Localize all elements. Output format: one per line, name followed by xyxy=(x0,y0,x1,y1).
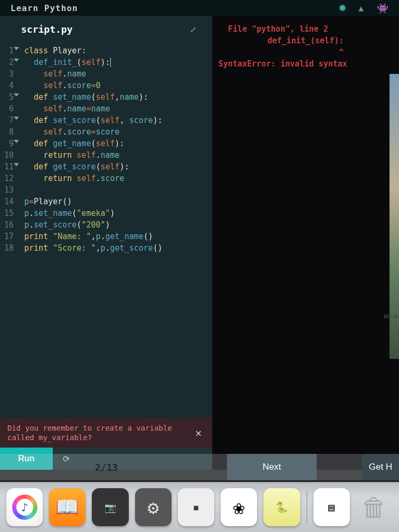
hint-bar: Did you remember to create a variable ca… xyxy=(0,418,212,448)
code-line[interactable]: print "Name: ",p.get_name() xyxy=(24,231,212,242)
line-gutter: 123456789101112131415161718 xyxy=(0,45,17,418)
line-number: 12 xyxy=(0,173,14,184)
dock-divider xyxy=(307,491,307,523)
get-help-button[interactable]: Get H xyxy=(362,454,399,480)
next-button[interactable]: Next xyxy=(227,454,317,480)
console-panel: File "python", line 2 def_init_(self): ^… xyxy=(212,16,399,470)
line-number: 11 xyxy=(0,161,14,173)
app-title: Learn Python xyxy=(11,3,78,13)
code-editor[interactable]: 123456789101112131415161718 class Player… xyxy=(0,43,212,418)
code-content[interactable]: class Player: def_init_(self): self.name… xyxy=(17,45,212,418)
line-number: 17 xyxy=(0,231,14,242)
line-number: 9 xyxy=(0,138,14,149)
fold-icon[interactable] xyxy=(14,117,19,120)
lesson-footer: 2/13 Next Get H xyxy=(0,454,399,480)
editor-header: script.py ⤢ xyxy=(0,16,212,43)
dock-app-icon[interactable]: ▦ xyxy=(178,488,214,526)
code-line[interactable]: def set_score(self, score): xyxy=(24,115,212,126)
fold-icon[interactable] xyxy=(14,140,19,143)
expand-icon[interactable]: ⤢ xyxy=(190,25,196,34)
code-line[interactable]: def get_name(self): xyxy=(24,138,212,149)
line-number: 1 xyxy=(0,45,14,56)
top-status: ▲ 👾 xyxy=(340,3,388,14)
desktop-file-label: pp.p xyxy=(384,312,398,319)
line-number: 15 xyxy=(0,207,14,219)
dock-folder-icon[interactable]: ▤ xyxy=(314,488,350,526)
code-line[interactable]: p.set_score("200") xyxy=(24,219,212,231)
mascot-icon[interactable]: 👾 xyxy=(377,3,388,14)
code-line[interactable]: return self.score xyxy=(24,173,212,184)
editor-filename: script.py xyxy=(21,24,73,35)
code-line[interactable]: p.set_name("emeka") xyxy=(24,207,212,219)
main-split: script.py ⤢ 123456789101112131415161718 … xyxy=(0,16,399,470)
hint-text: Did you remember to create a variable ca… xyxy=(7,423,192,442)
connection-indicator-icon xyxy=(340,5,345,11)
code-line[interactable]: def_init_(self): xyxy=(24,56,212,68)
code-line[interactable] xyxy=(24,184,212,196)
console-error: SyntaxError: invalid syntax xyxy=(218,58,393,70)
dock-python-icon[interactable]: 🐍 xyxy=(263,488,300,526)
dock-ibooks-icon[interactable]: 📖 xyxy=(49,488,86,526)
macos-dock: ♪ 📖 📷 ⚙ ▦ ❀ 🐍 ▤ 🗑 xyxy=(0,482,399,532)
code-line[interactable]: p=Player() xyxy=(24,196,212,207)
code-line[interactable]: self.score=0 xyxy=(24,80,212,91)
line-number: 7 xyxy=(0,115,14,126)
console-line: ^ xyxy=(218,46,393,58)
code-line[interactable]: self.name xyxy=(24,68,212,80)
close-icon[interactable]: ✕ xyxy=(192,428,205,438)
line-number: 14 xyxy=(0,196,14,207)
dock-itunes-icon[interactable]: ♪ xyxy=(6,488,43,526)
line-number: 8 xyxy=(0,126,14,138)
line-number: 3 xyxy=(0,68,14,80)
dock-photobooth-icon[interactable]: 📷 xyxy=(92,488,128,526)
console-line: File "python", line 2 xyxy=(218,23,393,35)
code-line[interactable]: self.score=score xyxy=(24,126,212,138)
code-line[interactable]: print "Score: ",p.get_score() xyxy=(24,242,212,254)
editor-panel: script.py ⤢ 123456789101112131415161718 … xyxy=(0,16,212,470)
top-bar: Learn Python ▲ 👾 xyxy=(0,0,399,16)
console-line: def_init_(self): xyxy=(218,35,393,46)
fold-icon[interactable] xyxy=(14,47,19,50)
dock-settings-icon[interactable]: ⚙ xyxy=(135,488,172,526)
progress-indicator: 2/13 xyxy=(0,462,118,473)
line-number: 18 xyxy=(0,242,14,254)
code-line[interactable]: self.name=name xyxy=(24,103,212,115)
line-number: 4 xyxy=(0,80,14,91)
code-line[interactable]: def get_score(self): xyxy=(24,161,212,173)
code-line[interactable]: def set_name(self,name): xyxy=(24,91,212,103)
line-number: 10 xyxy=(0,149,14,161)
user-icon[interactable]: ▲ xyxy=(358,3,364,13)
code-line[interactable]: class Player: xyxy=(24,45,212,56)
line-number: 6 xyxy=(0,103,14,115)
fold-icon[interactable] xyxy=(14,93,19,97)
dock-photos-icon[interactable]: ❀ xyxy=(221,488,257,526)
dock-trash-icon[interactable]: 🗑 xyxy=(356,488,393,526)
code-line[interactable]: return self.name xyxy=(24,149,212,161)
line-number: 13 xyxy=(0,184,14,196)
line-number: 5 xyxy=(0,91,14,103)
fold-icon[interactable] xyxy=(14,163,19,166)
line-number: 2 xyxy=(0,56,14,68)
fold-icon[interactable] xyxy=(14,59,19,62)
line-number: 16 xyxy=(0,219,14,231)
